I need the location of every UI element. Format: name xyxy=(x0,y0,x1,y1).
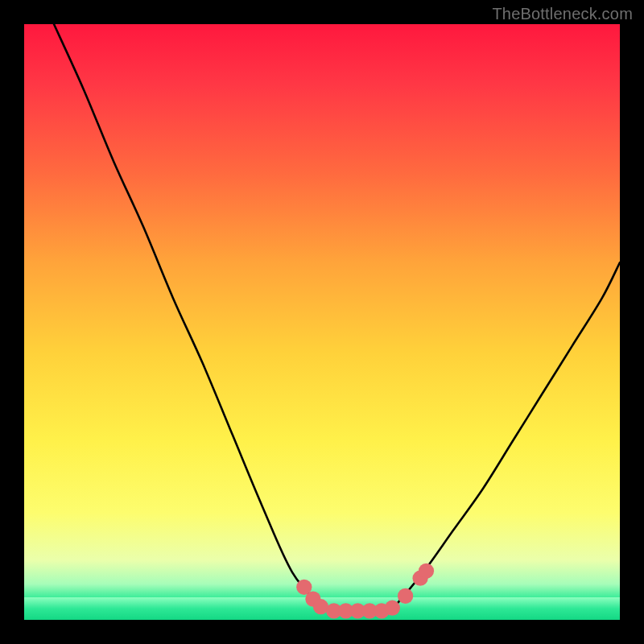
watermark-text: TheBottleneck.com xyxy=(492,5,633,23)
curve-markers xyxy=(296,564,434,619)
plot-area xyxy=(24,24,620,620)
curve-marker xyxy=(313,599,328,614)
bottleneck-curve xyxy=(54,24,620,611)
chart-frame: TheBottleneck.com xyxy=(0,0,644,644)
curve-marker xyxy=(385,601,400,616)
curve-layer xyxy=(24,24,620,620)
curve-marker xyxy=(419,564,434,579)
curve-marker xyxy=(398,588,413,604)
